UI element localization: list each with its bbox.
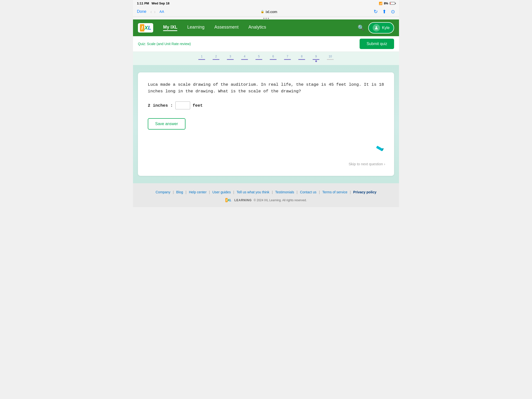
prog-2: 2 [213, 55, 219, 62]
footer-company[interactable]: Company [153, 190, 173, 194]
prog-4: 4 [241, 55, 248, 62]
forward-button[interactable]: › [154, 9, 156, 15]
answer-suffix: feet [193, 103, 203, 108]
date: Wed Sep 18 [151, 1, 169, 5]
svg-point-0 [376, 26, 377, 28]
prog-9: 9 [313, 55, 319, 62]
prog-1: 1 [198, 55, 205, 62]
footer-area: Company | Blog | Help center | User guid… [133, 183, 399, 207]
nav-right: 🔍 Kyle [358, 22, 394, 33]
share-button[interactable]: ⬆ [382, 9, 386, 15]
footer-feedback[interactable]: Tell us what you think [234, 190, 272, 194]
reload-button[interactable]: ↻ [374, 9, 378, 15]
footer-help[interactable]: Help center [186, 190, 209, 194]
footer-user-guides[interactable]: User guides [210, 190, 233, 194]
answer-prefix: 2 inches : [148, 103, 173, 108]
question-text: Luca made a scale drawing of the auditor… [148, 81, 384, 95]
submit-quiz-button[interactable]: Submit quiz [360, 39, 394, 49]
search-icon[interactable]: 🔍 [358, 25, 364, 31]
footer-learning-text: LEARNING [234, 199, 252, 202]
nav-links: My IXL Learning Assessment Analytics [163, 25, 358, 31]
prog-7: 7 [284, 55, 291, 62]
wifi-icon: 📶 [379, 2, 382, 5]
browser-url: 🔒 ixl.com [168, 10, 370, 14]
ixl-logo[interactable]: I X L [138, 23, 153, 33]
main-nav: I X L My IXL Learning Assessment Analyti… [133, 19, 399, 36]
battery-icon [390, 2, 395, 5]
browser-bar: Done ‹ › AA 🔒 ixl.com ↻ ⬆ ⊙ [133, 7, 399, 17]
answer-input[interactable] [175, 101, 190, 109]
main-content: Luca made a scale drawing of the auditor… [133, 65, 399, 183]
save-answer-button[interactable]: Save answer [148, 118, 185, 130]
footer-copyright: © 2024 IXL Learning. All rights reserved… [254, 199, 307, 202]
user-profile-button[interactable]: Kyle [368, 22, 394, 33]
quiz-title: Quiz: Scale (and Unit Rate review) [138, 42, 191, 46]
status-bar: 1:11 PM Wed Sep 18 📶 8% [133, 0, 399, 7]
nav-learning[interactable]: Learning [187, 25, 204, 31]
prog-10: 10 [327, 55, 334, 62]
footer-contact[interactable]: Contact us [298, 190, 319, 194]
prog-3: 3 [227, 55, 234, 62]
url-text: ixl.com [266, 10, 277, 14]
prog-6: 6 [270, 55, 277, 62]
user-name: Kyle [382, 26, 390, 30]
time: 1:11 PM [137, 1, 149, 5]
pencil-icon[interactable] [374, 141, 387, 155]
battery-percent: 8% [384, 2, 388, 5]
footer-testimonials[interactable]: Testimonials [273, 190, 297, 194]
footer-blog[interactable]: Blog [174, 190, 185, 194]
browser-nav: ‹ › [150, 9, 155, 15]
footer-bottom: I X L LEARNING © 2024 IXL Learning. All … [138, 198, 394, 202]
prog-8: 8 [298, 55, 305, 62]
prog-5: 5 [255, 55, 262, 62]
question-card: Luca made a scale drawing of the auditor… [138, 72, 394, 176]
footer-terms[interactable]: Terms of service [320, 190, 350, 194]
nav-analytics[interactable]: Analytics [248, 25, 266, 31]
footer-links: Company | Blog | Help center | User guid… [138, 190, 394, 194]
progress-bar: 1 2 3 4 5 6 7 8 9 10 [133, 52, 399, 65]
browser-actions: ↻ ⬆ ⊙ [374, 9, 395, 15]
back-button[interactable]: ‹ [150, 9, 152, 15]
footer-ixl-logo: I X L [225, 198, 232, 202]
nav-my-ixl[interactable]: My IXL [163, 25, 177, 31]
browser-done[interactable]: Done [137, 9, 146, 14]
footer-privacy[interactable]: Privacy policy [351, 190, 379, 194]
compass-button[interactable]: ⊙ [391, 9, 395, 15]
tab-dots [263, 18, 269, 19]
quiz-bar: Quiz: Scale (and Unit Rate review) Submi… [133, 36, 399, 52]
browser-aa[interactable]: AA [160, 10, 164, 14]
user-avatar [373, 24, 380, 32]
skip-link[interactable]: Skip to next question › [349, 162, 385, 166]
lock-icon: 🔒 [261, 10, 264, 13]
nav-assessment[interactable]: Assessment [214, 25, 238, 31]
answer-row: 2 inches : feet [148, 101, 384, 109]
